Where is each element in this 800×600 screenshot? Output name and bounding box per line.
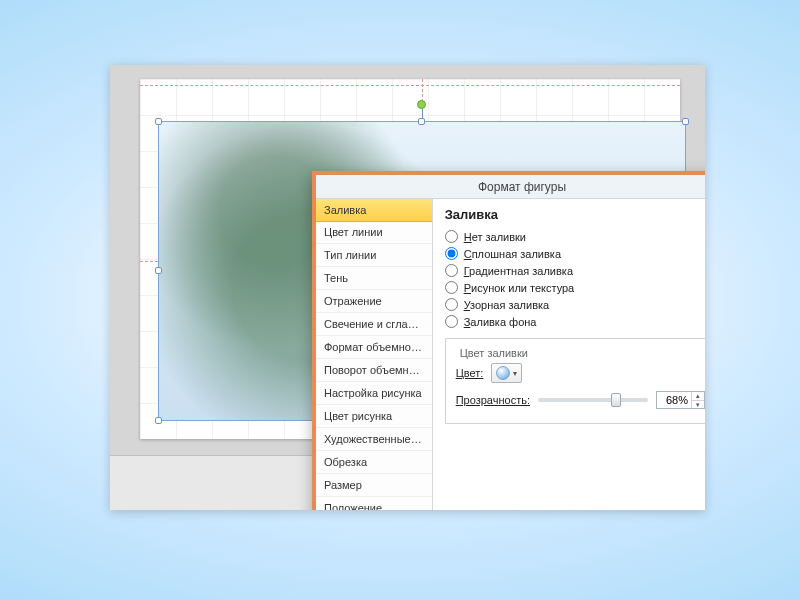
fill-type-label: Градиентная заливка	[464, 265, 573, 277]
resize-handle-tl[interactable]	[155, 118, 162, 125]
fill-type-radio[interactable]	[445, 230, 458, 243]
transparency-label: Прозрачность:	[456, 394, 530, 406]
nav-item[interactable]: Формат объемной фигуры	[316, 336, 432, 359]
fill-color-picker[interactable]: ▾	[491, 363, 522, 383]
nav-item[interactable]: Отражение	[316, 290, 432, 313]
nav-item[interactable]: Художественные эффекты	[316, 428, 432, 451]
fill-panel: Заливка Нет заливкиСплошная заливкаГради…	[433, 199, 705, 510]
dialog-body: ЗаливкаЦвет линииТип линииТеньОтражениеС…	[316, 199, 705, 510]
transparency-value-input[interactable]	[657, 392, 691, 408]
nav-item[interactable]: Размер	[316, 474, 432, 497]
color-label: Цвет:	[456, 367, 484, 379]
spinner-down[interactable]: ▾	[692, 401, 704, 409]
fill-color-legend: Цвет заливки	[456, 347, 532, 359]
nav-item[interactable]: Настройка рисунка	[316, 382, 432, 405]
nav-item[interactable]: Свечение и сглаживание	[316, 313, 432, 336]
fill-type-label: Заливка фона	[464, 316, 537, 328]
page-background: Формат фигуры ЗаливкаЦвет линииТип линии…	[0, 0, 800, 600]
fill-color-group: Цвет заливки Цвет: ▾ Прозрачность:	[445, 338, 705, 424]
chevron-down-icon: ▾	[513, 369, 517, 378]
fill-type-radio[interactable]	[445, 315, 458, 328]
nav-item[interactable]: Цвет линии	[316, 221, 432, 244]
fill-type-option[interactable]: Нет заливки	[445, 228, 705, 245]
fill-type-radio[interactable]	[445, 264, 458, 277]
resize-handle-bl[interactable]	[155, 417, 162, 424]
transparency-spinner[interactable]: ▴ ▾	[656, 391, 705, 409]
fill-type-option[interactable]: Рисунок или текстура	[445, 279, 705, 296]
nav-item[interactable]: Тип линии	[316, 244, 432, 267]
resize-handle-ml[interactable]	[155, 267, 162, 274]
rotate-handle[interactable]	[417, 100, 426, 109]
app-window: Формат фигуры ЗаливкаЦвет линииТип линии…	[110, 65, 705, 510]
nav-item[interactable]: Цвет рисунка	[316, 405, 432, 428]
format-shape-dialog: Формат фигуры ЗаливкаЦвет линииТип линии…	[312, 171, 705, 510]
fill-type-radio[interactable]	[445, 298, 458, 311]
fill-type-label: Сплошная заливка	[464, 248, 561, 260]
nav-item[interactable]: Тень	[316, 267, 432, 290]
fill-type-radio[interactable]	[445, 281, 458, 294]
spinner-up[interactable]: ▴	[692, 392, 704, 401]
nav-item[interactable]: Заливка	[316, 199, 433, 222]
fill-type-radio[interactable]	[445, 247, 458, 260]
fill-type-label: Нет заливки	[464, 231, 526, 243]
paint-bucket-icon	[496, 366, 510, 380]
dialog-nav: ЗаливкаЦвет линииТип линииТеньОтражениеС…	[316, 199, 433, 510]
nav-item[interactable]: Поворот объемной фигуры	[316, 359, 432, 382]
fill-type-option[interactable]: Сплошная заливка	[445, 245, 705, 262]
fill-type-option[interactable]: Заливка фона	[445, 313, 705, 330]
slider-thumb[interactable]	[611, 393, 621, 407]
dialog-title: Формат фигуры	[316, 175, 705, 199]
transparency-slider[interactable]	[538, 398, 648, 402]
fill-type-label: Рисунок или текстура	[464, 282, 575, 294]
fill-type-option[interactable]: Градиентная заливка	[445, 262, 705, 279]
panel-heading: Заливка	[445, 207, 705, 222]
guide-horizontal	[140, 85, 680, 86]
resize-handle-tr[interactable]	[682, 118, 689, 125]
resize-handle-tm[interactable]	[418, 118, 425, 125]
nav-item[interactable]: Положение	[316, 497, 432, 510]
fill-type-label: Узорная заливка	[464, 299, 549, 311]
fill-type-option[interactable]: Узорная заливка	[445, 296, 705, 313]
nav-item[interactable]: Обрезка	[316, 451, 432, 474]
